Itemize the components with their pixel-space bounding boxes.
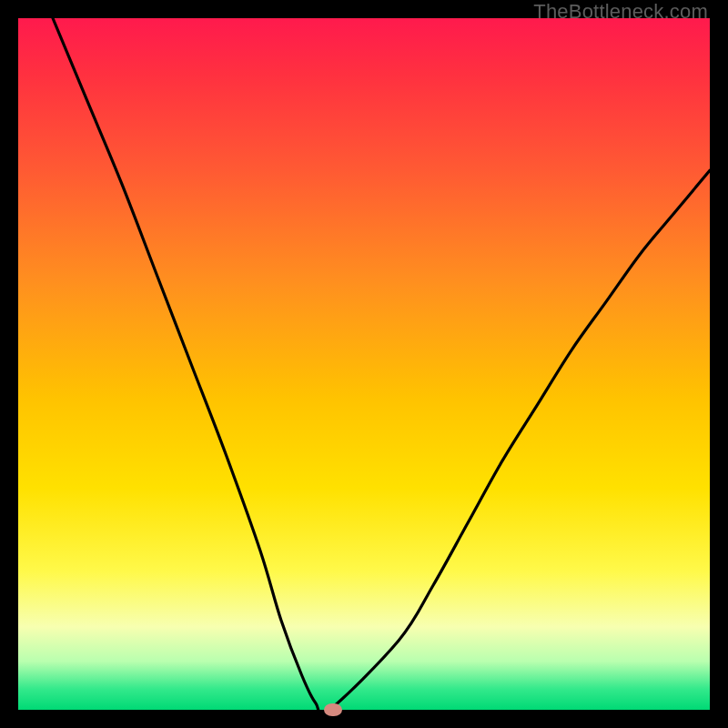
plot-area <box>18 18 710 710</box>
bottleneck-curve <box>18 18 710 710</box>
chart-frame: TheBottleneck.com <box>0 0 728 728</box>
minimum-marker <box>324 703 342 716</box>
